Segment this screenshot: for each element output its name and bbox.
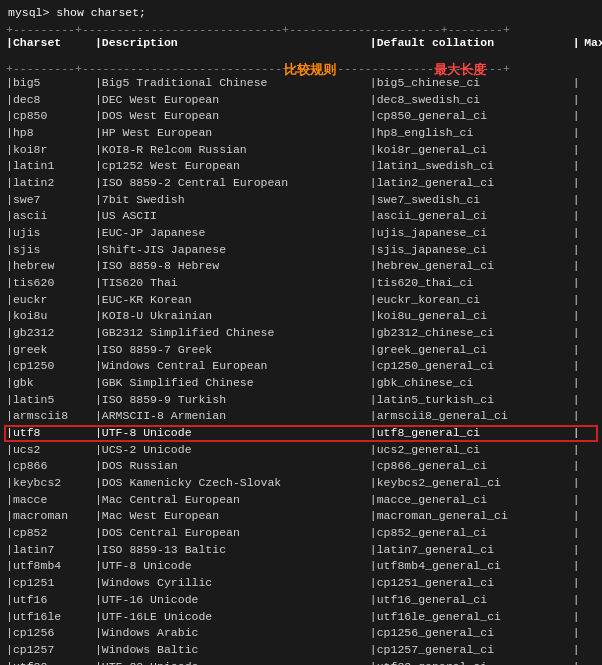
table-row: | latin5 | ISO 8859-9 Turkish | latin5_t… [4,392,598,409]
col-description: US ASCII [102,208,370,225]
col-pipe: | [6,325,13,342]
col-maxlen: 1 | [580,125,602,142]
col-pipe2: | [95,609,102,626]
col-pipe4: | [573,659,580,665]
col-charset: utf8 [13,425,95,442]
col-maxlen: 4 | [580,609,602,626]
col-pipe2: | [95,325,102,342]
col-pipe4: | [573,342,580,359]
table-row-content: | ucs2 | UCS-2 Unicode | ucs2_general_ci… [4,442,598,459]
col-pipe3: | [370,258,377,275]
col-description: 7bit Swedish [102,192,370,209]
col-pipe4: | [573,308,580,325]
table-row-content: | dec8 | DEC West European | dec8_swedis… [4,92,598,109]
col-pipe2: | [95,375,102,392]
header-pipe-1: | [6,36,13,62]
col-pipe2: | [95,542,102,559]
table-row-content: | sjis | Shift-JIS Japanese | sjis_japan… [4,242,598,259]
col-pipe3: | [370,575,377,592]
col-description: Windows Central European [102,358,370,375]
col-pipe2: | [95,158,102,175]
col-pipe4: | [573,125,580,142]
col-collation: tis620_thai_ci [377,275,573,292]
col-maxlen: 1 | [580,192,602,209]
col-pipe2: | [95,458,102,475]
col-description: GBK Simplified Chinese [102,375,370,392]
col-charset: ascii [13,208,95,225]
table-row-content: | ujis | EUC-JP Japanese | ujis_japanese… [4,225,598,242]
col-pipe3: | [370,125,377,142]
col-maxlen: 1 | [580,458,602,475]
col-maxlen: 1 | [580,475,602,492]
col-charset: gb2312 [13,325,95,342]
col-pipe2: | [95,358,102,375]
col-description: ISO 8859-7 Greek [102,342,370,359]
col-charset: utf16 [13,592,95,609]
col-charset: tis620 [13,275,95,292]
table-row: | ujis | EUC-JP Japanese | ujis_japanese… [4,225,598,242]
table-row: | utf8mb4 | UTF-8 Unicode | utf8mb4_gene… [4,558,598,575]
col-description: ISO 8859-13 Baltic [102,542,370,559]
table-row: | cp1250 | Windows Central European | cp… [4,358,598,375]
col-pipe: | [6,358,13,375]
col-pipe3: | [370,659,377,665]
col-pipe4: | [573,325,580,342]
col-maxlen: 3 | [580,225,602,242]
table-row: | koi8u | KOI8-U Ukrainian | koi8u_gener… [4,308,598,325]
col-maxlen: 1 | [580,492,602,509]
col-maxlen: 1 | [580,342,602,359]
col-pipe: | [6,125,13,142]
table-row-content: | latin2 | ISO 8859-2 Central European |… [4,175,598,192]
col-description: UTF-8 Unicode [102,425,370,442]
col-collation: euckr_korean_ci [377,292,573,309]
col-pipe4: | [573,75,580,92]
col-collation: ujis_japanese_ci [377,225,573,242]
col-pipe3: | [370,358,377,375]
col-charset: latin7 [13,542,95,559]
col-pipe4: | [573,592,580,609]
col-pipe3: | [370,192,377,209]
col-collation: gbk_chinese_ci [377,375,573,392]
terminal: mysql> show charset; +---------+--------… [0,0,602,665]
col-pipe: | [6,75,13,92]
col-maxlen: 4 | [580,592,602,609]
col-maxlen: 1 | [580,175,602,192]
col-description: TIS620 Thai [102,275,370,292]
table-row-content: | utf16 | UTF-16 Unicode | utf16_general… [4,592,598,609]
col-collation: utf16le_general_ci [377,609,573,626]
col-pipe: | [6,92,13,109]
table-row: | utf16 | UTF-16 Unicode | utf16_general… [4,592,598,609]
col-pipe: | [6,342,13,359]
col-collation: big5_chinese_ci [377,75,573,92]
col-pipe3: | [370,625,377,642]
table-row-content: | cp1257 | Windows Baltic | cp1257_gener… [4,642,598,659]
col-pipe3: | [370,392,377,409]
table-row-content: | euckr | EUC-KR Korean | euckr_korean_c… [4,292,598,309]
table-row: | swe7 | 7bit Swedish | swe7_swedish_ci … [4,192,598,209]
col-pipe: | [6,175,13,192]
col-pipe3: | [370,375,377,392]
col-collation: hebrew_general_ci [377,258,573,275]
col-pipe3: | [370,308,377,325]
col-pipe: | [6,275,13,292]
col-charset: utf8mb4 [13,558,95,575]
col-pipe3: | [370,558,377,575]
header-collation: Default collation [377,36,573,62]
col-pipe2: | [95,292,102,309]
col-description: UTF-32 Unicode [102,659,370,665]
col-maxlen: 2 | [580,242,602,259]
col-pipe3: | [370,142,377,159]
col-maxlen: 4 | [580,659,602,665]
col-charset: latin2 [13,175,95,192]
col-pipe4: | [573,258,580,275]
col-charset: macce [13,492,95,509]
col-collation: cp1256_general_ci [377,625,573,642]
col-charset: koi8u [13,308,95,325]
table-row: | ucs2 | UCS-2 Unicode | ucs2_general_ci… [4,442,598,459]
col-pipe4: | [573,358,580,375]
col-charset: euckr [13,292,95,309]
table-row-content: | greek | ISO 8859-7 Greek | greek_gener… [4,342,598,359]
col-description: KOI8-U Ukrainian [102,308,370,325]
col-pipe2: | [95,342,102,359]
col-pipe: | [6,659,13,665]
